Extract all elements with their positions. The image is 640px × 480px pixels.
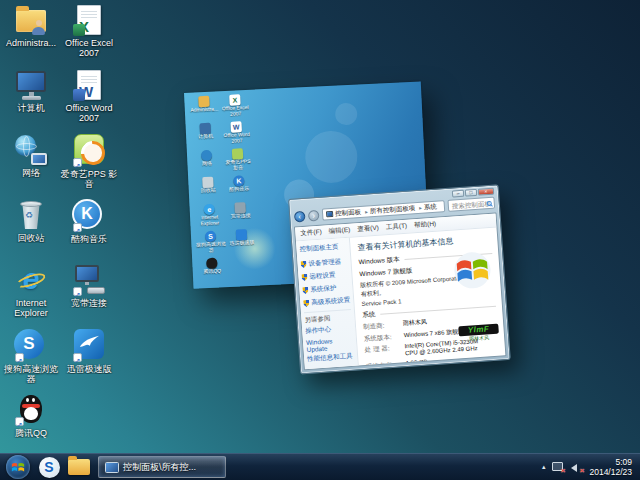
desktop-icon-internet-explorer[interactable]: e Internet Explorer	[2, 262, 60, 327]
preview-icon: 迅雷极速版	[226, 229, 258, 257]
close-button[interactable]: ×	[478, 188, 494, 196]
desktop-icon-office-word[interactable]: W Office Word 2007	[60, 67, 118, 132]
sidebar-item-action-center[interactable]: 操作中心	[305, 324, 353, 336]
preview-icon: 网络	[191, 149, 223, 177]
windows-logo-icon	[11, 460, 25, 474]
preview-icon: WOffice Word 2007	[220, 121, 252, 149]
sidebar-item-device-manager[interactable]: 设备管理器	[300, 257, 348, 269]
qq-penguin-icon	[14, 393, 48, 427]
breadcrumb-system[interactable]: 系统	[417, 202, 437, 212]
preview-icon: Administra...	[188, 95, 220, 123]
desktop-icon-office-excel[interactable]: X Office Excel 2007	[60, 2, 118, 67]
desktop-icon-sogou-browser[interactable]: S 搜狗高速浏览器	[2, 327, 60, 392]
sidebar-item-windows-update[interactable]: Windows Update	[306, 335, 354, 352]
preview-icon: 腾讯QQ	[196, 257, 228, 285]
clock-time: 5:09	[589, 457, 632, 467]
shortcut-arrow-icon	[73, 158, 82, 167]
menu-edit[interactable]: 编辑(E)	[328, 226, 350, 236]
info-row-system-type: 系统类型: 32 位操作系统	[366, 365, 500, 366]
menu-tools[interactable]: 工具(T)	[386, 222, 408, 232]
desktop-wallpaper: Administra... 计算机 网络 ♻ 回收站 e Internet Ex…	[0, 0, 640, 480]
kugou-icon: K	[72, 199, 106, 233]
system-window[interactable]: – □ × 控制面板 所有控制面板项 系统 搜索控制面板 文件(F) 编辑(E)…	[288, 184, 511, 374]
icon-label: Administra...	[2, 38, 60, 48]
shortcut-arrow-icon	[73, 287, 82, 296]
lens-flare	[335, 103, 358, 126]
menu-view[interactable]: 查看(V)	[357, 224, 379, 234]
icon-label: 爱奇艺PPS 影音	[60, 169, 118, 189]
icon-label: 计算机	[2, 103, 60, 113]
forward-button[interactable]	[308, 209, 320, 221]
taskbar-clock[interactable]: 5:09 2014/12/23	[589, 457, 632, 477]
ylmf-oem-logo: YlmF 雨林木风	[458, 324, 499, 343]
sogou-icon: S	[39, 457, 60, 478]
sogou-icon: S	[14, 329, 48, 363]
taskbar: S 控制面板\所有控... ▴ × × 5:09 2014/12/23	[0, 453, 640, 480]
clock-date: 2014/12/23	[589, 467, 632, 477]
word-icon: W	[72, 68, 106, 102]
uac-shield-icon	[303, 300, 309, 307]
search-input[interactable]: 搜索控制面板	[447, 197, 495, 212]
taskbar-task-control-panel[interactable]: 控制面板\所有控...	[98, 456, 226, 478]
recycle-bin-icon: ♻	[14, 198, 48, 232]
computer-icon	[14, 68, 48, 102]
window-body: 文件(F) 编辑(E) 查看(V) 工具(T) 帮助(H) 控制面板主页 设备管…	[294, 212, 507, 370]
desktop-icon-recycle-bin[interactable]: ♻ 回收站	[2, 197, 60, 262]
taskbar-explorer-button[interactable]	[68, 456, 90, 478]
icon-label: Office Excel 2007	[60, 38, 118, 58]
sidebar-item-system-protection[interactable]: 系统保护	[302, 283, 350, 295]
menu-file[interactable]: 文件(F)	[300, 228, 322, 238]
system-tray: ▴ × × 5:09 2014/12/23	[542, 457, 640, 477]
breadcrumb-control-panel[interactable]: 控制面板	[335, 207, 362, 218]
volume-muted-icon[interactable]: ×	[570, 462, 583, 473]
see-also-section: 另请参阅 操作中心 Windows Update 性能信息和工具	[304, 309, 355, 367]
broadband-icon	[72, 263, 106, 297]
network-status-icon[interactable]: ×	[551, 462, 564, 473]
icon-label: 酷狗音乐	[60, 234, 118, 244]
icon-label: Internet Explorer	[2, 298, 60, 318]
sidebar-item-advanced-settings[interactable]: 高级系统设置	[303, 296, 351, 308]
icon-label: 迅雷极速版	[60, 364, 118, 374]
icon-label: 回收站	[2, 233, 60, 243]
desktop-icon-xunlei[interactable]: 迅雷极速版	[60, 327, 118, 392]
desktop-icon-qq[interactable]: 腾讯QQ	[2, 392, 60, 457]
desktop-icon-pps[interactable]: 爱奇艺PPS 影音	[60, 132, 118, 197]
back-button[interactable]	[294, 210, 306, 222]
shortcut-arrow-icon	[15, 417, 24, 426]
preview-icon: XOffice Excel 2007	[219, 94, 251, 122]
preview-icon-grid: Administra... 计算机 网络 回收站 eInternet Explo…	[188, 94, 259, 286]
shortcut-arrow-icon	[73, 223, 82, 232]
sidebar-item-performance-tools[interactable]: 性能信息和工具	[307, 352, 355, 364]
folder-icon	[68, 459, 90, 475]
preview-icon: 计算机	[190, 122, 222, 150]
icon-label: 网络	[2, 168, 60, 178]
sidebar: 控制面板主页 设备管理器 远程设置 系统保护 高级系统设置 另请参阅 操作中心 …	[296, 238, 359, 369]
excel-icon: X	[72, 3, 106, 37]
sidebar-item-control-panel-home[interactable]: 控制面板主页	[299, 242, 347, 254]
search-icon	[487, 200, 492, 205]
system-window-icon	[105, 462, 119, 473]
icon-label: 搜狗高速浏览器	[2, 364, 60, 384]
menu-help[interactable]: 帮助(H)	[414, 220, 437, 231]
maximize-button[interactable]: □	[465, 189, 477, 197]
desktop-icon-network[interactable]: 网络	[2, 132, 60, 197]
xunlei-bird-icon	[72, 329, 106, 363]
preview-icon: eInternet Explorer	[193, 203, 225, 231]
desktop-icon-broadband[interactable]: 宽带连接	[60, 262, 118, 327]
minimize-button[interactable]: –	[452, 190, 464, 198]
preview-icon: 回收站	[192, 176, 224, 204]
desktop-icon-kugou[interactable]: K 酷狗音乐	[60, 197, 118, 262]
start-button[interactable]	[6, 455, 30, 479]
see-also-header: 另请参阅	[304, 313, 352, 325]
taskbar-sogou-button[interactable]: S	[38, 456, 60, 478]
system-main-content: 查看有关计算机的基本信息 Windows 版本 Windows 7 旗舰版 版权…	[350, 228, 506, 366]
desktop-icon-administrator[interactable]: Administra...	[2, 2, 60, 67]
sidebar-item-remote-settings[interactable]: 远程设置	[301, 270, 349, 282]
desktop-icon-computer[interactable]: 计算机	[2, 67, 60, 132]
preview-icon: K酷狗音乐	[223, 175, 255, 203]
breadcrumb-all-items[interactable]: 所有控制面板项	[363, 204, 416, 217]
pps-icon	[72, 134, 106, 168]
shortcut-arrow-icon	[73, 353, 82, 362]
tray-overflow-button[interactable]: ▴	[542, 463, 546, 471]
shortcut-arrow-icon	[15, 353, 24, 362]
